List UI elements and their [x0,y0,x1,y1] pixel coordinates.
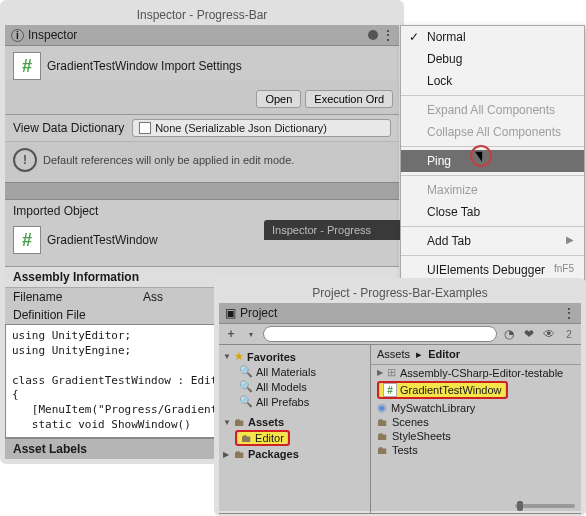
triangle-icon: ▶ [377,368,383,377]
fav-all-models[interactable]: 🔍All Models [221,379,368,394]
search-icon: 🔍 [239,395,253,408]
project-window: Project - Progress-Bar-Examples ▣ Projec… [214,278,586,516]
info-message: Default references will only be applied … [43,154,294,166]
menu-debug[interactable]: Debug [401,48,584,70]
script-icon: # [13,52,41,80]
project-toolbar: + ▼ ◔ ❤ 👁 2 [219,324,581,345]
file-gradienttestwindow[interactable]: # GradientTestWindow [371,380,581,400]
open-button[interactable]: Open [256,90,301,108]
editor-folder-node[interactable]: 🖿 Editor [221,429,368,447]
script-icon: # [383,383,397,397]
search-input[interactable] [263,326,497,342]
view-data-dict-field[interactable]: None (Serializable Json Dictionary) [132,119,391,137]
context-menu: Normal Debug Lock Expand All Components … [400,25,585,282]
menu-lock[interactable]: Lock [401,70,584,92]
folder-icon: 🖿 [377,430,388,442]
breadcrumb[interactable]: Assets ▸ Editor [371,345,581,365]
file-swatch[interactable]: ◉MySwatchLibrary [371,400,581,415]
execution-order-button[interactable]: Execution Ord [305,90,393,108]
info-icon: ! [13,148,37,172]
folder-icon: 🖿 [234,448,245,460]
menu-add-tab[interactable]: Add Tab▶ [401,230,584,252]
fav-all-prefabs[interactable]: 🔍All Prefabs [221,394,368,409]
imported-object-name: GradientTestWindow [47,233,158,247]
thumbnail-size-slider[interactable] [515,504,575,508]
folder-stylesheets[interactable]: 🖿StyleSheets [371,429,581,443]
folder-tests[interactable]: 🖿Tests [371,443,581,457]
add-button[interactable]: + [223,326,239,342]
inspector-window-title: Inspector - Progress-Bar [137,8,268,22]
menu-expand: Expand All Components [401,99,584,121]
menu-maximize: Maximize [401,179,584,201]
info-icon: i [11,29,24,42]
filter-icon[interactable]: ◔ [501,326,517,342]
folder-icon: 🖿 [234,416,245,428]
folder-scenes[interactable]: 🖿Scenes [371,415,581,429]
checkbox-icon[interactable] [139,122,151,134]
folder-tree: ▼★Favorites 🔍All Materials 🔍All Models 🔍… [219,345,371,513]
search-icon: 🔍 [239,380,253,393]
inspector-tab-bar: i Inspector ⋮ [5,25,399,46]
project-window-title: Project - Progress-Bar-Examples [312,286,487,300]
inspector-tab[interactable]: Inspector [28,28,77,42]
hidden-icon[interactable]: 👁 [541,326,557,342]
script-icon: # [13,226,41,254]
folder-icon: ▣ [225,306,236,320]
assets-node[interactable]: ▼🖿Assets [221,415,368,429]
kebab-icon[interactable]: ⋮ [563,306,575,320]
import-header: # GradientTestWindow Import Settings [13,52,391,80]
star-icon: ★ [234,350,244,363]
search-icon: 🔍 [239,365,253,378]
menu-normal[interactable]: Normal [401,26,584,48]
asset-list: Assets ▸ Editor ▶⊞Assembly-CSharp-Editor… [371,345,581,513]
lock-icon[interactable] [368,30,378,40]
packages-node[interactable]: ▶🖿Packages [221,447,368,461]
menu-collapse: Collapse All Components [401,121,584,143]
favorites-node[interactable]: ▼★Favorites [221,349,368,364]
docked-inspector-tab[interactable]: Inspector - Progress [264,220,404,240]
menu-ping[interactable]: Ping [401,150,584,172]
project-titlebar: Project - Progress-Bar-Examples [219,283,581,303]
folder-icon: 🖿 [241,432,252,444]
file-csharp[interactable]: ▶⊞Assembly-CSharp-Editor-testable [371,365,581,380]
view-data-dict-label: View Data Dictionary [13,121,124,135]
project-tab-bar: ▣ Project ⋮ [219,303,581,324]
project-tab[interactable]: Project [240,306,277,320]
folder-icon: 🖿 [377,416,388,428]
folder-icon: 🖿 [377,444,388,456]
submenu-arrow-icon: ▶ [566,234,574,245]
fav-all-materials[interactable]: 🔍All Materials [221,364,368,379]
menu-close-tab[interactable]: Close Tab [401,201,584,223]
hidden-count: 2 [561,326,577,342]
favorite-icon[interactable]: ❤ [521,326,537,342]
palette-icon: ◉ [377,401,387,414]
object-title: GradientTestWindow Import Settings [47,59,242,73]
inspector-titlebar: Inspector - Progress-Bar [5,5,399,25]
kebab-icon[interactable]: ⋮ [382,28,393,42]
dropdown-icon[interactable]: ▼ [243,326,259,342]
imported-object-label: Imported Object [5,200,399,222]
